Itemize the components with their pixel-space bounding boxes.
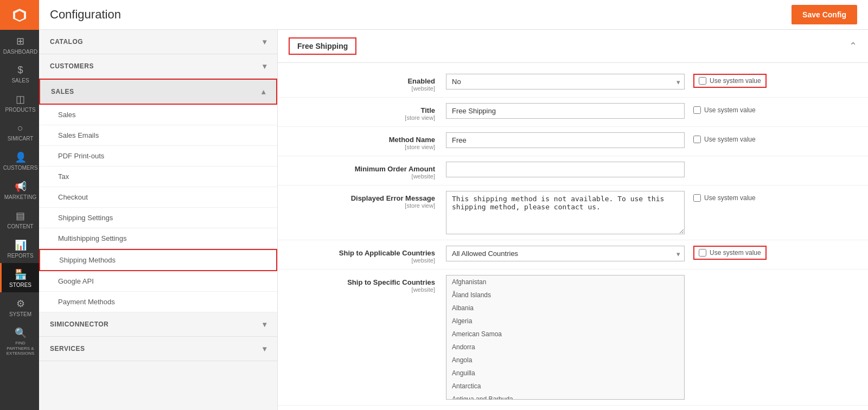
enabled-select-wrap: No Yes ▾ [446,74,685,89]
sidebar-section-simiconnector[interactable]: SIMICONNECTOR ▾ [39,312,277,337]
ship-applicable-select[interactable]: All Allowed Countries Specific Countries [446,246,685,261]
content-row: CATALOG ▾ CUSTOMERS ▾ SALES ▴ Sales Sale… [39,30,868,410]
enabled-select[interactable]: No Yes [446,74,685,89]
nav-item-marketing[interactable]: 📢 MARKETING [0,175,39,204]
nav-label-customers: CUSTOMERS [3,165,38,171]
nav-item-reports[interactable]: 📊 REPORTS [0,234,39,263]
label-ship-applicable: Ship to Applicable Countries [website] [294,246,446,264]
marketing-icon: 📢 [15,181,27,193]
list-item[interactable]: American Samoa [446,328,684,341]
nav-item-sales[interactable]: $ SALES [0,59,39,88]
chevron-down-icon: ▾ [263,37,267,46]
label-min-order: Minimum Order Amount [website] [294,162,446,180]
label-method-name: Method Name [store view] [294,132,446,150]
sidebar-item-pdf-printouts[interactable]: PDF Print-outs [39,146,277,166]
sidebar-section-sales-label: SALES [51,88,74,95]
list-item[interactable]: Albania [446,302,684,315]
sidebar-section-sales[interactable]: SALES ▴ [39,79,277,105]
use-system-title: Use system value [693,103,756,114]
nav-item-products[interactable]: ◫ PRODUCTS [0,88,39,117]
stores-icon: 🏪 [15,268,27,280]
sidebar-section-services[interactable]: SERVICES ▾ [39,337,277,361]
countries-listbox[interactable]: Afghanistan Åland Islands Albania Algeri… [446,275,685,400]
min-order-input[interactable] [446,162,685,177]
form-row-sort-order: Sort Order [278,406,868,410]
nav-label-system: SYSTEM [9,311,31,317]
top-header: Configuration Save Config [39,0,868,30]
nav-item-stores[interactable]: 🏪 STORES [0,263,39,292]
list-item[interactable]: Algeria [446,315,684,328]
simicart-icon: ○ [17,123,23,134]
form-row-ship-applicable: Ship to Applicable Countries [website] A… [278,240,868,270]
dashboard-icon: ⊞ [16,35,24,47]
method-name-input[interactable] [446,132,685,148]
sidebar-item-payment-methods[interactable]: Payment Methods [39,292,277,312]
use-system-error-msg-label: Use system value [704,194,756,202]
list-item[interactable]: Angola [446,354,684,367]
nav-label-sales: SALES [11,78,29,84]
field-ship-specific: Afghanistan Åland Islands Albania Algeri… [446,275,852,400]
sidebar-section-customers[interactable]: CUSTOMERS ▾ [39,54,277,79]
field-ship-applicable: All Allowed Countries Specific Countries… [446,246,852,261]
use-system-error-msg: Use system value [693,191,756,202]
ship-applicable-select-wrap: All Allowed Countries Specific Countries… [446,246,685,261]
field-min-order [446,162,852,177]
sidebar-section-services-label: SERVICES [50,345,85,353]
section-header-bar: Free Shipping ⌃ [278,30,868,63]
sidebar-item-multishipping[interactable]: Multishipping Settings [39,228,277,249]
label-ship-specific: Ship to Specific Countries [website] [294,275,446,293]
sidebar-item-checkout[interactable]: Checkout [39,187,277,208]
main-area: Configuration Save Config CATALOG ▾ CUST… [39,0,868,410]
use-system-enabled: Use system value [693,74,767,88]
use-system-ship-applicable: Use system value [693,246,767,260]
nav-label-find: FIND PARTNERS & EXTENSIONS [4,341,37,356]
use-system-ship-applicable-label: Use system value [710,249,761,257]
sidebar-item-shipping-methods[interactable]: Shipping Methods [39,249,277,271]
sidebar-item-tax[interactable]: Tax [39,166,277,187]
form-row-method-name: Method Name [store view] Use system valu… [278,127,868,156]
sidebar-item-sales[interactable]: Sales [39,105,277,125]
sidebar-item-sales-emails[interactable]: Sales Emails [39,125,277,146]
title-input[interactable] [446,103,685,119]
list-item[interactable]: Anguilla [446,367,684,380]
sidebar-section-customers-label: CUSTOMERS [50,62,94,70]
save-config-button[interactable]: Save Config [792,5,857,24]
nav-item-customers[interactable]: 👤 CUSTOMERS [0,146,39,175]
sidebar-section-catalog[interactable]: CATALOG ▾ [39,30,277,54]
chevron-down-icon: ▾ [263,344,267,353]
field-title: Use system value [446,103,852,119]
nav-item-find[interactable]: 🔍 FIND PARTNERS & EXTENSIONS [0,322,39,361]
use-system-error-msg-checkbox[interactable] [693,194,701,202]
list-item[interactable]: Afghanistan [446,276,684,289]
sidebar-sales-items: Sales Sales Emails PDF Print-outs Tax Ch… [39,105,277,312]
use-system-ship-applicable-checkbox[interactable] [699,249,706,257]
content-icon: ▤ [16,210,25,222]
logo [0,0,39,30]
page-title: Configuration [50,8,121,22]
nav-item-content[interactable]: ▤ CONTENT [0,204,39,234]
list-item[interactable]: Antarctica [446,380,684,393]
list-item[interactable]: Åland Islands [446,289,684,302]
use-system-method-name-label: Use system value [704,136,756,143]
list-item[interactable]: Antigua and Barbuda [446,393,684,400]
sidebar-item-google-api[interactable]: Google API [39,271,277,292]
label-error-msg: Displayed Error Message [store view] [294,191,446,209]
sidebar-item-shipping-settings[interactable]: Shipping Settings [39,208,277,228]
use-system-method-name-checkbox[interactable] [693,136,701,143]
nav-label-marketing: MARKETING [4,194,36,200]
list-item[interactable]: Andorra [446,341,684,354]
form-row-enabled: Enabled [website] No Yes ▾ [278,68,868,98]
sidebar-section-catalog-label: CATALOG [50,38,83,46]
use-system-title-checkbox[interactable] [693,106,701,114]
use-system-enabled-checkbox[interactable] [699,77,706,85]
collapse-button[interactable]: ⌃ [849,40,857,52]
nav-item-simicart[interactable]: ○ SIMICART [0,117,39,146]
error-msg-textarea[interactable]: This shipping method is not available. T… [446,191,685,234]
nav-label-reports: REPORTS [7,253,33,259]
label-title: Title [store view] [294,103,446,121]
nav-item-system[interactable]: ⚙ SYSTEM [0,292,39,322]
nav-item-dashboard[interactable]: ⊞ DASHBOARD [0,30,39,59]
nav-label-simicart: SIMICART [8,136,34,142]
left-navigation: ⊞ DASHBOARD $ SALES ◫ PRODUCTS ○ SIMICAR… [0,0,39,410]
form-row-error-msg: Displayed Error Message [store view] Thi… [278,185,868,240]
